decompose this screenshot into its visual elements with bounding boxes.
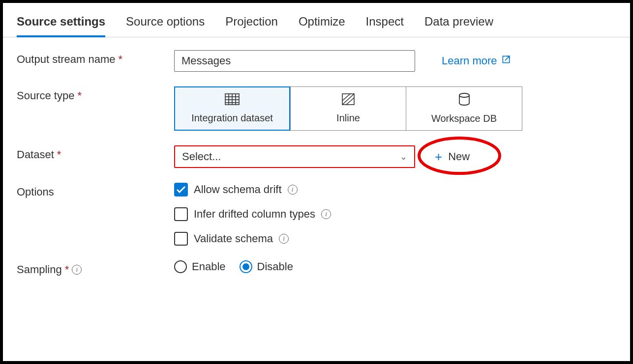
source-type-group: Integration dataset Inline <box>174 86 522 131</box>
source-type-inline[interactable]: Inline <box>290 86 406 131</box>
external-link-icon <box>501 55 511 67</box>
plus-icon: + <box>435 149 442 165</box>
tabs-bar: Source settings Source options Projectio… <box>3 3 630 37</box>
dataset-label: Dataset* <box>17 145 174 161</box>
option-infer-drifted-label: Infer drifted column types <box>194 208 315 221</box>
option-allow-schema-drift-label: Allow schema drift <box>194 183 282 196</box>
output-stream-input[interactable] <box>174 50 415 72</box>
new-dataset-button[interactable]: + New <box>430 147 475 167</box>
info-icon[interactable]: i <box>288 185 298 195</box>
source-type-integration-dataset[interactable]: Integration dataset <box>174 86 290 131</box>
learn-more-link[interactable]: Learn more <box>442 55 511 67</box>
source-type-label: Source type* <box>17 86 174 102</box>
inline-icon <box>342 93 355 108</box>
checkbox-infer-drifted-types[interactable] <box>174 207 188 221</box>
sampling-disable[interactable]: Disable <box>240 260 293 273</box>
chevron-down-icon: ⌄ <box>400 151 407 162</box>
database-icon <box>458 93 470 108</box>
option-validate-schema-label: Validate schema <box>194 232 273 245</box>
tab-data-preview[interactable]: Data preview <box>424 15 493 37</box>
dataset-select[interactable]: Select... ⌄ <box>174 145 415 168</box>
tab-optimize[interactable]: Optimize <box>299 15 345 37</box>
options-label: Options <box>17 183 174 198</box>
svg-point-12 <box>459 93 469 97</box>
checkbox-validate-schema[interactable] <box>174 232 188 246</box>
tab-projection[interactable]: Projection <box>225 15 278 37</box>
tab-source-settings[interactable]: Source settings <box>17 15 105 37</box>
tab-source-options[interactable]: Source options <box>126 15 205 37</box>
table-icon <box>225 93 240 108</box>
checkbox-allow-schema-drift[interactable] <box>174 183 188 196</box>
sampling-label: Sampling* i <box>17 260 174 276</box>
svg-line-11 <box>346 98 354 105</box>
info-icon[interactable]: i <box>279 234 289 244</box>
form-body: Output stream name* Learn more Source ty… <box>3 37 630 304</box>
info-icon[interactable]: i <box>72 265 82 275</box>
output-stream-label: Output stream name* <box>17 50 174 66</box>
tab-inspect[interactable]: Inspect <box>366 15 404 37</box>
svg-line-10 <box>342 94 350 101</box>
source-type-workspace-db[interactable]: Workspace DB <box>406 86 522 131</box>
info-icon[interactable]: i <box>321 209 331 219</box>
sampling-enable[interactable]: Enable <box>174 260 226 273</box>
